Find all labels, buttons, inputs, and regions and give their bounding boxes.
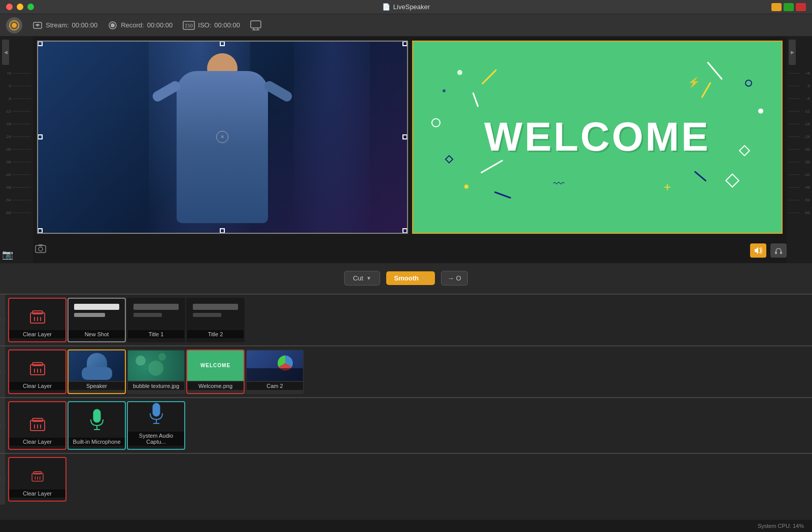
shot-clear-layer-4[interactable]: Clear Layer [8,457,66,502]
shot-clear-layer-3[interactable]: Clear Layer [8,401,66,450]
welcome-text: WELCOME [484,114,710,160]
clear-layer-icon-4 [27,467,48,487]
svg-rect-32 [93,409,100,422]
cam2-label: Cam 2 [247,382,303,390]
smooth-chevron: ▼ [422,275,427,281]
crop-handle-ml[interactable] [38,134,43,139]
iso-status: ISO ISO: 00:00:00 [183,20,240,30]
svg-point-13 [39,247,43,251]
crop-handle-br[interactable] [402,228,408,233]
camera-settings-icon[interactable] [33,242,48,259]
svg-rect-14 [39,244,43,246]
vu-r--12: -12 [789,105,810,118]
shot-speaker[interactable]: Speaker [67,349,126,394]
file-icon: 📄 [382,3,390,11]
preview-screens: × [33,37,787,238]
vu-r--24: -24 [789,130,810,143]
clear-layer-2-label: Clear Layer [9,382,65,390]
shot-new-shot[interactable]: New Shot [67,298,126,342]
vu-scale--18: -18 [2,118,31,130]
shot-welcome[interactable]: WELCOME Welcome.png [186,349,245,394]
layer-2-items: Clear Layer Speaker bubble texturre.jpg [5,346,812,397]
minimize-button[interactable] [17,4,23,10]
layer-row-2: ⋮⋮ Clear Layer [0,345,812,397]
system-audio-icon [147,402,165,429]
vu-r--18: -18 [789,118,810,130]
vu-scale--42: -42 [2,168,31,181]
svg-point-5 [111,23,115,27]
window-controls[interactable] [6,4,34,10]
vu-r--60: -60 [789,206,810,219]
crop-handle-bl[interactable] [38,228,43,233]
transition-arrow-btn[interactable]: → O [441,271,468,286]
layer-row-3: ⋮⋮ Clear Layer [0,397,812,453]
vu-r--42: -42 [789,168,810,181]
vu-scale-0: 0 [2,80,31,92]
vu-scale--24: -24 [2,130,31,143]
layer-3-items: Clear Layer Built-in Microphone [5,398,812,453]
svg-text:ISO: ISO [185,23,193,28]
svg-rect-8 [251,21,261,28]
crop-handle-tr[interactable] [402,41,408,46]
output-buttons[interactable] [750,243,787,258]
shot-cam2[interactable]: Cam 2 [246,349,304,394]
crop-handle-bc[interactable] [220,228,225,233]
collapse-right-btn[interactable]: ▶ [789,40,796,65]
shot-system-audio[interactable]: System Audio Captu... [127,401,185,450]
bubble-thumb [128,350,184,381]
shot-clear-layer-1[interactable]: Clear Layer [8,298,66,342]
record-icon [108,20,118,30]
speaker-thumb [69,350,125,381]
shot-bubble[interactable]: bubble texturre.jpg [127,349,185,394]
layer-1-handle[interactable]: ⋮⋮ [0,295,5,345]
vu-r-+6: +6 [789,67,810,80]
vu-scale--54: -54 [2,194,31,206]
crop-handle-tc[interactable] [220,41,225,46]
crop-handle-mr[interactable] [402,134,408,139]
shot-title-2[interactable]: Title 2 [186,298,245,342]
shot-builtin-mic[interactable]: Built-in Microphone [67,401,126,450]
iso-icon: ISO [183,20,195,30]
clear-layer-icon-2 [27,360,48,380]
vu-scale--30: -30 [2,143,31,156]
speaker-label: Speaker [69,382,125,390]
preview-area: × [33,37,787,263]
smooth-button[interactable]: Smooth ▼ [386,271,435,285]
svg-rect-15 [775,252,777,254]
new-shot-label: New Shot [69,330,125,338]
close-button[interactable] [6,4,13,10]
window-btn-1[interactable] [771,3,782,11]
bubble-label: bubble texturre.jpg [128,382,184,390]
headphone-output-btn[interactable] [770,243,787,258]
layer-3-handle[interactable]: ⋮⋮ [0,398,5,453]
maximize-button[interactable] [27,4,34,10]
layer-4-handle[interactable]: ⋮⋮ [0,454,5,505]
transition-controls: Cut ▼ Smooth ▼ → O [0,263,812,294]
welcome-scene: ⚡ 〰 + WELCOME [413,42,782,233]
cut-button[interactable]: Cut ▼ [344,271,380,286]
collapse-left-btn[interactable]: ◀ [2,40,9,65]
svg-point-1 [12,23,17,28]
svg-rect-16 [780,252,782,254]
vu-r--48: -48 [789,181,810,194]
display-icon [250,20,261,30]
shot-title-1[interactable]: Title 1 [127,298,185,342]
monitor-icon-left[interactable]: 📷 [2,249,31,260]
crop-center-handle[interactable]: × [216,131,228,143]
cut-chevron: ▼ [366,275,371,281]
shot-clear-layer-2[interactable]: Clear Layer [8,349,66,394]
welcome-thumb: WELCOME [187,350,244,381]
vu-r--36: -36 [789,156,810,168]
layer-row-1: ⋮⋮ Clear Layer New [0,294,812,345]
program-screen[interactable]: × [37,41,408,234]
title-bar-window-buttons[interactable] [771,3,806,11]
builtin-mic-icon [88,408,106,435]
crop-handle-tl[interactable] [38,41,43,46]
app-logo[interactable] [6,17,22,33]
speaker-output-btn[interactable] [750,243,766,258]
window-btn-2[interactable] [784,3,794,11]
window-btn-3[interactable] [796,3,806,11]
display-icon-item[interactable] [250,20,261,30]
preview-screen[interactable]: ⚡ 〰 + WELCOME [412,41,783,234]
layer-2-handle[interactable]: ⋮⋮ [0,346,5,397]
